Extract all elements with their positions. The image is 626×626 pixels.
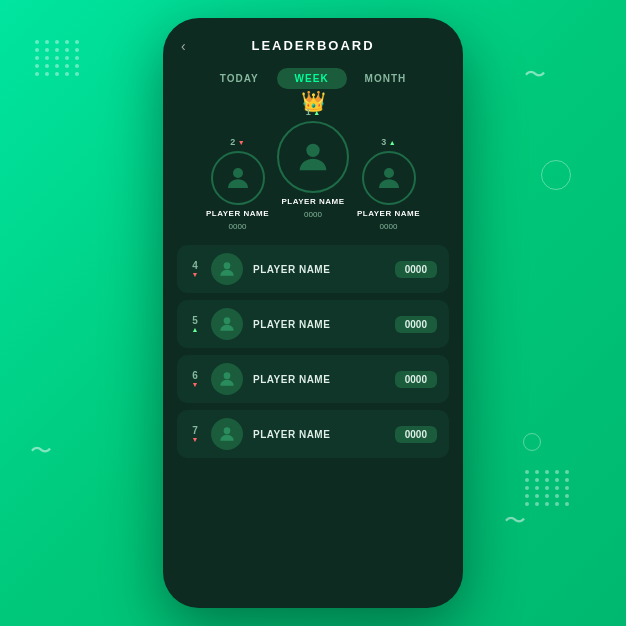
avatar-6 — [211, 363, 243, 395]
bg-circle-2 — [523, 433, 541, 451]
list-item[interactable]: 6 ▼ PLAYER NAME 0000 — [177, 355, 449, 403]
name-7: PLAYER NAME — [253, 429, 385, 440]
rank-badge-2: 2 ▼ — [230, 137, 244, 147]
bg-dots-topleft — [35, 40, 81, 76]
score-7: 0000 — [395, 426, 437, 443]
rank-5: 5 ▲ — [189, 315, 201, 333]
page-title: LEADERBOARD — [251, 38, 374, 53]
podium-score-3: 0000 — [380, 222, 398, 231]
tab-today[interactable]: TODAY — [202, 68, 277, 89]
bg-dots-bottomright — [525, 470, 571, 506]
avatar-2 — [211, 151, 265, 205]
svg-point-0 — [233, 168, 243, 178]
podium-score-1: 0000 — [304, 210, 322, 219]
svg-point-6 — [224, 427, 231, 434]
rank-7: 7 ▼ — [189, 425, 201, 443]
tab-month[interactable]: MONTH — [347, 68, 425, 89]
avatar-5 — [211, 308, 243, 340]
svg-point-1 — [306, 144, 319, 157]
svg-point-3 — [224, 262, 231, 269]
rank-badge-3: 3 ▲ — [381, 137, 395, 147]
header: ‹ LEADERBOARD — [163, 18, 463, 64]
tab-week[interactable]: WEEK — [277, 68, 347, 89]
podium-name-3: PLAYER NAME — [357, 209, 420, 218]
podium-name-1: PLAYER NAME — [282, 197, 345, 206]
list-item[interactable]: 5 ▲ PLAYER NAME 0000 — [177, 300, 449, 348]
podium-third: 3 ▲ PLAYER NAME 0000 — [357, 137, 420, 231]
bg-squiggle-2: 〜 — [30, 436, 52, 466]
rank-badge-1: 1 ▲ — [277, 107, 349, 117]
podium-name-2: PLAYER NAME — [206, 209, 269, 218]
rank-4: 4 ▼ — [189, 260, 201, 278]
score-6: 0000 — [395, 371, 437, 388]
leaderboard-list: 4 ▼ PLAYER NAME 0000 5 ▲ PLAYER NAME 000… — [163, 231, 463, 458]
score-4: 0000 — [395, 261, 437, 278]
podium-score-2: 0000 — [229, 222, 247, 231]
podium-second: 2 ▼ PLAYER NAME 0000 — [206, 137, 269, 231]
back-button[interactable]: ‹ — [181, 38, 186, 54]
avatar-7 — [211, 418, 243, 450]
list-item[interactable]: 4 ▼ PLAYER NAME 0000 — [177, 245, 449, 293]
avatar-4 — [211, 253, 243, 285]
bg-squiggle-1: 〜 — [524, 60, 546, 90]
rank-6: 6 ▼ — [189, 370, 201, 388]
svg-point-5 — [224, 372, 231, 379]
podium: 2 ▼ PLAYER NAME 0000 👑 1 ▲ — [163, 97, 463, 231]
avatar-1 — [277, 121, 349, 193]
name-5: PLAYER NAME — [253, 319, 385, 330]
name-4: PLAYER NAME — [253, 264, 385, 275]
svg-point-2 — [384, 168, 394, 178]
avatar-3 — [362, 151, 416, 205]
score-5: 0000 — [395, 316, 437, 333]
podium-first: 👑 1 ▲ PLAYER NAME 0000 — [277, 107, 349, 219]
bg-squiggle-3: 〜 — [504, 506, 526, 536]
list-item[interactable]: 7 ▼ PLAYER NAME 0000 — [177, 410, 449, 458]
bg-circle-1 — [541, 160, 571, 190]
name-6: PLAYER NAME — [253, 374, 385, 385]
svg-point-4 — [224, 317, 231, 324]
phone-frame: ‹ LEADERBOARD TODAY WEEK MONTH 2 ▼ PLAYE… — [163, 18, 463, 608]
